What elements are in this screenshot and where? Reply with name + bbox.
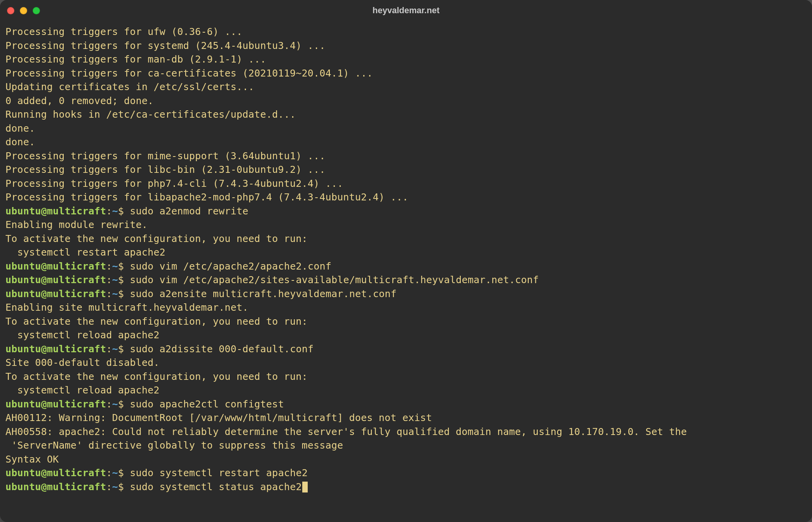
prompt-colon: : <box>106 481 112 492</box>
command-text: sudo vim /etc/apache2/apache2.conf <box>130 261 331 272</box>
prompt-dollar: $ <box>118 467 130 478</box>
prompt-colon: : <box>106 343 112 355</box>
terminal-line: ubuntu@multicraft:~$ sudo apache2ctl con… <box>5 397 807 411</box>
prompt-host: multicraft <box>47 481 106 492</box>
terminal-line: To activate the new configuration, you n… <box>5 315 807 329</box>
cursor-icon <box>302 482 308 492</box>
terminal-line: AH00558: apache2: Could not reliably det… <box>5 425 807 452</box>
command-text: sudo vim /etc/apache2/sites-available/mu… <box>130 274 538 285</box>
prompt-at: @ <box>41 274 47 285</box>
zoom-icon[interactable] <box>33 7 40 14</box>
terminal-line: Enabling module rewrite. <box>5 218 807 232</box>
close-icon[interactable] <box>7 7 14 14</box>
prompt-user: ubuntu <box>5 274 41 285</box>
traffic-lights <box>7 7 40 14</box>
prompt-path: ~ <box>112 467 118 478</box>
prompt-path: ~ <box>112 398 118 410</box>
prompt-at: @ <box>41 481 47 492</box>
prompt-dollar: $ <box>118 274 130 285</box>
prompt-at: @ <box>41 288 47 299</box>
command-text: sudo a2ensite multicraft.heyvaldemar.net… <box>130 288 396 299</box>
terminal-line: Site 000-default disabled. <box>5 356 807 370</box>
prompt-dollar: $ <box>118 288 130 299</box>
prompt-host: multicraft <box>47 261 106 272</box>
prompt-colon: : <box>106 398 112 410</box>
prompt-host: multicraft <box>47 205 106 217</box>
prompt-path: ~ <box>112 481 118 492</box>
prompt-host: multicraft <box>47 288 106 299</box>
terminal-line: systemctl reload apache2 <box>5 383 807 397</box>
prompt-path: ~ <box>112 288 118 299</box>
prompt-user: ubuntu <box>5 205 41 217</box>
prompt-colon: : <box>106 205 112 217</box>
terminal-line: Running hooks in /etc/ca-certificates/up… <box>5 108 807 122</box>
command-text: sudo apache2ctl configtest <box>130 398 284 410</box>
terminal-line: Enabling site multicraft.heyvaldemar.net… <box>5 301 807 315</box>
prompt-at: @ <box>41 205 47 217</box>
minimize-icon[interactable] <box>20 7 27 14</box>
terminal-line: systemctl reload apache2 <box>5 328 807 342</box>
terminal-line: ubuntu@multicraft:~$ sudo a2ensite multi… <box>5 287 807 301</box>
command-text: sudo a2enmod rewrite <box>130 205 248 217</box>
prompt-host: multicraft <box>47 398 106 410</box>
window-title: heyvaldemar.net <box>0 5 812 16</box>
titlebar: heyvaldemar.net <box>0 0 812 21</box>
prompt-colon: : <box>106 288 112 299</box>
prompt-user: ubuntu <box>5 467 41 478</box>
terminal-line: Processing triggers for ufw (0.36-6) ... <box>5 25 807 39</box>
prompt-host: multicraft <box>47 467 106 478</box>
terminal-line: systemctl restart apache2 <box>5 245 807 259</box>
terminal-line: ubuntu@multicraft:~$ sudo a2dissite 000-… <box>5 342 807 356</box>
prompt-host: multicraft <box>47 343 106 355</box>
prompt-path: ~ <box>112 205 118 217</box>
prompt-dollar: $ <box>118 261 130 272</box>
terminal-line: done. <box>5 122 807 136</box>
terminal-line: ubuntu@multicraft:~$ sudo vim /etc/apach… <box>5 273 807 287</box>
prompt-dollar: $ <box>118 481 130 492</box>
prompt-at: @ <box>41 398 47 410</box>
terminal-line: Processing triggers for ca-certificates … <box>5 66 807 80</box>
terminal-line: Updating certificates in /etc/ssl/certs.… <box>5 80 807 94</box>
prompt-user: ubuntu <box>5 481 41 492</box>
prompt-user: ubuntu <box>5 261 41 272</box>
prompt-user: ubuntu <box>5 343 41 355</box>
terminal-output[interactable]: Processing triggers for ufw (0.36-6) ...… <box>0 21 812 522</box>
terminal-line: ubuntu@multicraft:~$ sudo systemctl rest… <box>5 466 807 480</box>
prompt-colon: : <box>106 467 112 478</box>
command-text: sudo systemctl restart apache2 <box>130 467 308 478</box>
terminal-window: heyvaldemar.net Processing triggers for … <box>0 0 812 522</box>
terminal-line: ubuntu@multicraft:~$ sudo systemctl stat… <box>5 480 807 494</box>
prompt-path: ~ <box>112 274 118 285</box>
terminal-line: Processing triggers for man-db (2.9.1-1)… <box>5 52 807 66</box>
command-text: sudo a2dissite 000-default.conf <box>130 343 314 355</box>
terminal-line: AH00112: Warning: DocumentRoot [/var/www… <box>5 411 807 425</box>
terminal-line: ubuntu@multicraft:~$ sudo vim /etc/apach… <box>5 259 807 273</box>
prompt-path: ~ <box>112 261 118 272</box>
terminal-line: done. <box>5 135 807 149</box>
prompt-dollar: $ <box>118 205 130 217</box>
prompt-colon: : <box>106 274 112 285</box>
command-text: sudo systemctl status apache2 <box>130 481 301 492</box>
terminal-line: Processing triggers for php7.4-cli (7.4.… <box>5 177 807 191</box>
terminal-line: Syntax OK <box>5 452 807 466</box>
prompt-at: @ <box>41 343 47 355</box>
prompt-host: multicraft <box>47 274 106 285</box>
prompt-dollar: $ <box>118 343 130 355</box>
terminal-line: To activate the new configuration, you n… <box>5 232 807 246</box>
terminal-line: ubuntu@multicraft:~$ sudo a2enmod rewrit… <box>5 204 807 218</box>
terminal-line: To activate the new configuration, you n… <box>5 370 807 384</box>
terminal-line: Processing triggers for systemd (245.4-4… <box>5 39 807 53</box>
prompt-user: ubuntu <box>5 288 41 299</box>
terminal-line: Processing triggers for libc-bin (2.31-0… <box>5 163 807 177</box>
terminal-line: Processing triggers for libapache2-mod-p… <box>5 190 807 204</box>
terminal-line: 0 added, 0 removed; done. <box>5 94 807 108</box>
prompt-user: ubuntu <box>5 398 41 410</box>
prompt-at: @ <box>41 261 47 272</box>
prompt-path: ~ <box>112 343 118 355</box>
prompt-at: @ <box>41 467 47 478</box>
terminal-line: Processing triggers for mime-support (3.… <box>5 149 807 163</box>
prompt-colon: : <box>106 261 112 272</box>
prompt-dollar: $ <box>118 398 130 410</box>
